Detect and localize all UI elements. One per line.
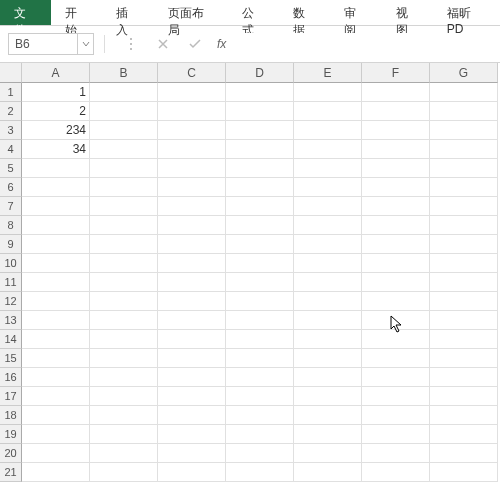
cell-D18[interactable] bbox=[226, 406, 294, 425]
cell-F14[interactable] bbox=[362, 330, 430, 349]
cell-A7[interactable] bbox=[22, 197, 90, 216]
cell-B15[interactable] bbox=[90, 349, 158, 368]
cell-A17[interactable] bbox=[22, 387, 90, 406]
cell-F11[interactable] bbox=[362, 273, 430, 292]
cell-B1[interactable] bbox=[90, 83, 158, 102]
menu-layout[interactable]: 页面布局 bbox=[154, 0, 228, 25]
cell-D14[interactable] bbox=[226, 330, 294, 349]
cell-E10[interactable] bbox=[294, 254, 362, 273]
row-header-9[interactable]: 9 bbox=[0, 235, 22, 254]
row-header-14[interactable]: 14 bbox=[0, 330, 22, 349]
cell-F4[interactable] bbox=[362, 140, 430, 159]
row-header-11[interactable]: 11 bbox=[0, 273, 22, 292]
cell-B19[interactable] bbox=[90, 425, 158, 444]
cell-F15[interactable] bbox=[362, 349, 430, 368]
cell-B5[interactable] bbox=[90, 159, 158, 178]
cell-F7[interactable] bbox=[362, 197, 430, 216]
cell-C6[interactable] bbox=[158, 178, 226, 197]
cell-A12[interactable] bbox=[22, 292, 90, 311]
cell-D9[interactable] bbox=[226, 235, 294, 254]
cell-E12[interactable] bbox=[294, 292, 362, 311]
cell-C3[interactable] bbox=[158, 121, 226, 140]
menu-data[interactable]: 数据 bbox=[279, 0, 330, 25]
cell-D2[interactable] bbox=[226, 102, 294, 121]
column-header-G[interactable]: G bbox=[430, 63, 498, 83]
cell-F20[interactable] bbox=[362, 444, 430, 463]
cell-G20[interactable] bbox=[430, 444, 498, 463]
cell-C4[interactable] bbox=[158, 140, 226, 159]
cell-C9[interactable] bbox=[158, 235, 226, 254]
cell-C15[interactable] bbox=[158, 349, 226, 368]
cell-C19[interactable] bbox=[158, 425, 226, 444]
cell-A10[interactable] bbox=[22, 254, 90, 273]
cell-F2[interactable] bbox=[362, 102, 430, 121]
cell-A1[interactable]: 1 bbox=[22, 83, 90, 102]
column-header-F[interactable]: F bbox=[362, 63, 430, 83]
cell-D12[interactable] bbox=[226, 292, 294, 311]
fx-label[interactable]: fx bbox=[217, 37, 226, 51]
column-header-A[interactable]: A bbox=[22, 63, 90, 83]
menu-review[interactable]: 审阅 bbox=[330, 0, 381, 25]
cell-D17[interactable] bbox=[226, 387, 294, 406]
row-header-1[interactable]: 1 bbox=[0, 83, 22, 102]
cell-A19[interactable] bbox=[22, 425, 90, 444]
cell-E8[interactable] bbox=[294, 216, 362, 235]
cell-C17[interactable] bbox=[158, 387, 226, 406]
column-header-D[interactable]: D bbox=[226, 63, 294, 83]
cell-C5[interactable] bbox=[158, 159, 226, 178]
cell-C11[interactable] bbox=[158, 273, 226, 292]
cell-F13[interactable] bbox=[362, 311, 430, 330]
row-header-18[interactable]: 18 bbox=[0, 406, 22, 425]
cell-F5[interactable] bbox=[362, 159, 430, 178]
row-header-3[interactable]: 3 bbox=[0, 121, 22, 140]
enter-icon[interactable] bbox=[185, 34, 205, 54]
cell-C13[interactable] bbox=[158, 311, 226, 330]
cell-G8[interactable] bbox=[430, 216, 498, 235]
cell-F8[interactable] bbox=[362, 216, 430, 235]
row-header-16[interactable]: 16 bbox=[0, 368, 22, 387]
row-header-19[interactable]: 19 bbox=[0, 425, 22, 444]
cell-G21[interactable] bbox=[430, 463, 498, 482]
row-header-17[interactable]: 17 bbox=[0, 387, 22, 406]
name-box-dropdown[interactable] bbox=[78, 33, 94, 55]
cell-E4[interactable] bbox=[294, 140, 362, 159]
row-header-21[interactable]: 21 bbox=[0, 463, 22, 482]
cell-B11[interactable] bbox=[90, 273, 158, 292]
column-header-C[interactable]: C bbox=[158, 63, 226, 83]
row-header-15[interactable]: 15 bbox=[0, 349, 22, 368]
cell-B14[interactable] bbox=[90, 330, 158, 349]
cell-C14[interactable] bbox=[158, 330, 226, 349]
cell-D5[interactable] bbox=[226, 159, 294, 178]
cell-C7[interactable] bbox=[158, 197, 226, 216]
row-header-8[interactable]: 8 bbox=[0, 216, 22, 235]
cell-A3[interactable]: 234 bbox=[22, 121, 90, 140]
cell-A5[interactable] bbox=[22, 159, 90, 178]
formula-input[interactable] bbox=[234, 33, 492, 55]
cell-F10[interactable] bbox=[362, 254, 430, 273]
cell-F19[interactable] bbox=[362, 425, 430, 444]
cell-C21[interactable] bbox=[158, 463, 226, 482]
cell-F21[interactable] bbox=[362, 463, 430, 482]
cell-G2[interactable] bbox=[430, 102, 498, 121]
cell-E19[interactable] bbox=[294, 425, 362, 444]
cell-A21[interactable] bbox=[22, 463, 90, 482]
cell-A4[interactable]: 34 bbox=[22, 140, 90, 159]
cell-F1[interactable] bbox=[362, 83, 430, 102]
cell-C18[interactable] bbox=[158, 406, 226, 425]
cell-D1[interactable] bbox=[226, 83, 294, 102]
row-header-5[interactable]: 5 bbox=[0, 159, 22, 178]
cell-D20[interactable] bbox=[226, 444, 294, 463]
cell-A20[interactable] bbox=[22, 444, 90, 463]
cell-G19[interactable] bbox=[430, 425, 498, 444]
cell-D6[interactable] bbox=[226, 178, 294, 197]
cell-A8[interactable] bbox=[22, 216, 90, 235]
cell-G6[interactable] bbox=[430, 178, 498, 197]
cell-D15[interactable] bbox=[226, 349, 294, 368]
cell-A15[interactable] bbox=[22, 349, 90, 368]
cell-G11[interactable] bbox=[430, 273, 498, 292]
cell-E17[interactable] bbox=[294, 387, 362, 406]
cell-G17[interactable] bbox=[430, 387, 498, 406]
cell-B21[interactable] bbox=[90, 463, 158, 482]
cell-G4[interactable] bbox=[430, 140, 498, 159]
cell-D16[interactable] bbox=[226, 368, 294, 387]
